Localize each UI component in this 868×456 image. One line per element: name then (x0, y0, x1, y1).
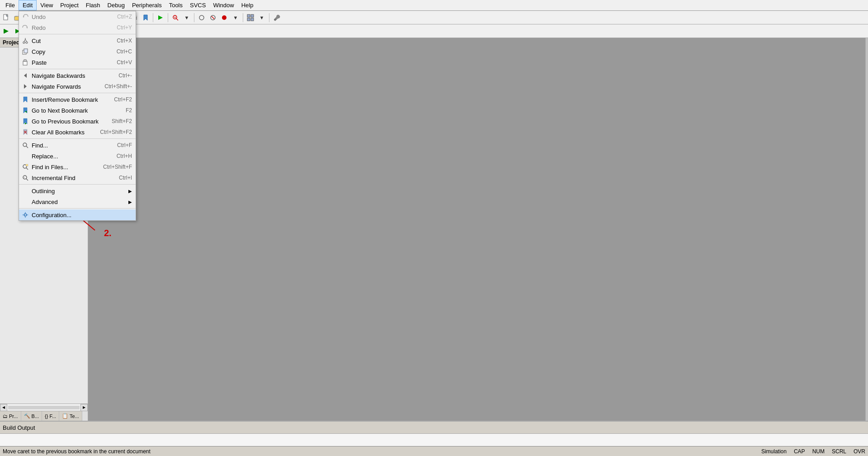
menu-insert-bookmark-shortcut: Ctrl+F2 (105, 96, 132, 103)
menu-cut[interactable]: Cut Ctrl+X (19, 35, 136, 46)
tab-build[interactable]: 🔨 B... (21, 411, 42, 421)
bookmark-button[interactable] (140, 12, 151, 23)
menu-view[interactable]: View (37, 0, 57, 10)
zoom-dropdown[interactable]: ▼ (181, 12, 192, 23)
menu-incr-find-shortcut: Ctrl+I (110, 175, 132, 181)
menu-flash[interactable]: Flash (82, 0, 104, 10)
debug-run-button[interactable] (1, 26, 12, 37)
svg-point-44 (275, 19, 276, 20)
menu-advanced[interactable]: Advanced ▶ (19, 196, 136, 207)
svg-rect-81 (26, 164, 28, 166)
wrench-button[interactable] (271, 12, 282, 23)
tab-files[interactable]: {} F... (42, 411, 59, 421)
svg-text:i: i (24, 176, 24, 179)
menu-outlining-label: Outlining (32, 188, 55, 195)
menu-undo-label: Undo (32, 14, 46, 20)
menu-debug[interactable]: Debug (104, 0, 128, 10)
scroll-left-arrow[interactable]: ◀ (0, 404, 7, 411)
menu-file[interactable]: File (2, 0, 19, 10)
edit-dropdown-menu: Undo Ctrl+Z Redo Ctrl+Y Cut Ctrl+X Copy (19, 11, 136, 221)
scroll-right-arrow[interactable]: ▶ (80, 404, 88, 411)
circle1-button[interactable] (196, 12, 207, 23)
status-message: Move caret to the previous bookmark in t… (3, 448, 151, 455)
menu-insert-bookmark-label: Insert/Remove Bookmark (32, 96, 98, 103)
build-tab-icon: 🔨 (24, 413, 30, 419)
menu-prev-bookmark[interactable]: Go to Previous Bookmark Shift+F2 (19, 116, 136, 127)
project-tab-icon: 🗂 (3, 413, 8, 419)
red-drop-button[interactable]: ▼ (230, 12, 241, 23)
svg-point-86 (25, 214, 26, 216)
menu-nav-back[interactable]: Navigate Backwards Ctrl+- (19, 70, 136, 81)
svg-line-60 (24, 39, 25, 42)
menu-nav-fwd[interactable]: Navigate Forwards Ctrl+Shift+- (19, 81, 136, 92)
menu-replace[interactable]: Replace... Ctrl+H (19, 151, 136, 162)
menu-incr-find[interactable]: i Incremental Find Ctrl+I (19, 172, 136, 183)
menu-next-bookmark-label: Go to Next Bookmark (32, 107, 88, 114)
menu-copy[interactable]: Copy Ctrl+C (19, 46, 136, 57)
sep2 (153, 13, 153, 22)
status-scrl: SCRL (832, 448, 846, 455)
menubar: File Edit View Project Flash Debug Perip… (0, 0, 868, 11)
menu-peripherals[interactable]: Peripherals (128, 0, 165, 10)
menu-project[interactable]: Project (57, 0, 82, 10)
menu-edit[interactable]: Edit (19, 0, 37, 10)
menu-tools[interactable]: Tools (165, 0, 186, 10)
menu-copy-label: Copy (32, 48, 45, 55)
next-bookmark-icon (21, 106, 30, 115)
svg-line-78 (26, 146, 28, 148)
menu-configuration[interactable]: Configuration... (19, 209, 136, 220)
tab-project[interactable]: 🗂 Pr... (0, 411, 21, 421)
menu-cut-shortcut: Ctrl+X (108, 38, 132, 44)
tab-files-label: F... (49, 413, 56, 419)
red-dot-button[interactable] (219, 12, 230, 23)
scroll-track[interactable] (8, 406, 80, 409)
sep-4 (19, 138, 136, 139)
sep5 (243, 13, 243, 22)
outlining-icon (21, 186, 30, 195)
insert-bookmark-icon (21, 95, 30, 104)
circle2-button[interactable] (208, 12, 218, 23)
menu-copy-shortcut: Ctrl+C (108, 48, 132, 55)
advanced-icon (21, 197, 30, 206)
menu-configuration-label: Configuration... (32, 212, 71, 218)
build-button[interactable] (155, 12, 166, 23)
menu-clear-bookmarks[interactable]: Clear All Bookmarks Ctrl+Shift+F2 (19, 127, 136, 138)
sep3 (168, 13, 168, 22)
svg-line-38 (212, 16, 214, 19)
menu-svcs[interactable]: SVCS (186, 0, 209, 10)
status-right: Simulation CAP NUM SCRL OVR (761, 448, 865, 455)
menu-undo[interactable]: Undo Ctrl+Z (19, 11, 136, 22)
menu-next-bookmark[interactable]: Go to Next Bookmark F2 (19, 105, 136, 116)
build-output-header: Build Output (0, 421, 868, 433)
menu-insert-bookmark[interactable]: Insert/Remove Bookmark Ctrl+F2 (19, 94, 136, 105)
build-output-title: Build Output (3, 424, 35, 431)
menu-paste[interactable]: Paste Ctrl+V (19, 57, 136, 68)
zoom-button[interactable]: + (170, 12, 181, 23)
files-tab-icon: {} (45, 413, 48, 419)
nav-fwd-menu-icon (21, 82, 30, 91)
panel-scrollbar[interactable]: ◀ ▶ (0, 404, 88, 411)
menu-redo-shortcut: Ctrl+Y (108, 24, 132, 31)
new-button[interactable] (1, 12, 12, 23)
menu-nav-fwd-shortcut: Ctrl+Shift+- (95, 83, 132, 90)
menu-outlining[interactable]: Outlining ▶ (19, 185, 136, 196)
right-resize-handle[interactable] (865, 38, 868, 421)
menu-find[interactable]: Find... Ctrl+F (19, 140, 136, 151)
grid-button[interactable] (245, 12, 256, 23)
sep-2 (19, 69, 136, 69)
menu-prev-bookmark-shortcut: Shift+F2 (103, 118, 132, 124)
menu-redo[interactable]: Redo Ctrl+Y (19, 22, 136, 33)
svg-rect-40 (247, 14, 250, 17)
menu-help[interactable]: Help (238, 0, 257, 10)
menu-find-files-shortcut: Ctrl+Shift+F (94, 164, 132, 170)
menu-clear-bookmarks-shortcut: Ctrl+Shift+F2 (91, 129, 132, 135)
menu-find-files[interactable]: Find in Files... Ctrl+Shift+F (19, 162, 136, 172)
tab-template[interactable]: 📋 Te... (59, 411, 82, 421)
menu-window[interactable]: Window (209, 0, 237, 10)
grid-dropdown[interactable]: ▼ (256, 12, 267, 23)
undo-icon (21, 12, 30, 21)
menu-prev-bookmark-label: Go to Previous Bookmark (32, 118, 99, 125)
menu-incr-find-label: Incremental Find (32, 175, 75, 181)
menu-find-files-label: Find in Files... (32, 164, 68, 171)
configuration-icon (21, 210, 30, 219)
